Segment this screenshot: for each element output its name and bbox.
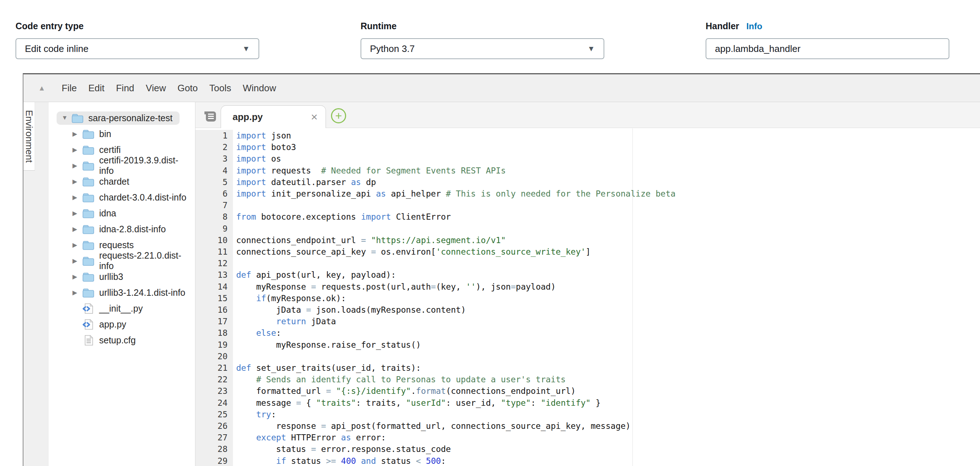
disclosure-collapsed-icon[interactable]: ▶	[72, 257, 82, 265]
tree-item-label: chardet-3.0.4.dist-info	[99, 192, 186, 203]
row-content: ▶urllib3	[67, 270, 130, 283]
tree-item-idna-2-8-dist-info[interactable]: ▶idna-2.8.dist-info	[49, 221, 195, 237]
runtime-select[interactable]: Python 3.7 ▼	[361, 38, 604, 59]
tree-item-bin[interactable]: ▶bin	[49, 126, 195, 142]
code-line	[236, 258, 676, 269]
code-line: myResponse = requests.post(url,auth=(key…	[236, 281, 676, 293]
disclosure-expanded-icon[interactable]: ▼	[62, 115, 72, 122]
handler-field: Handler Info app.lambda_handler	[706, 21, 949, 59]
row-content: ▶chardet	[67, 175, 136, 188]
disclosure-collapsed-icon[interactable]: ▶	[72, 162, 82, 170]
tree-item-label: setup.cfg	[99, 335, 135, 345]
menu-edit[interactable]: Edit	[83, 83, 110, 94]
code-line: import json	[236, 130, 676, 142]
menu-list: FileEditFindViewGotoToolsWindow	[56, 83, 282, 94]
menu-tools[interactable]: Tools	[204, 83, 237, 94]
tab-list-icon	[204, 110, 217, 122]
line-number: 22	[196, 374, 228, 385]
row-content: ▶idna	[67, 207, 123, 220]
line-number: 17	[196, 316, 228, 327]
line-number: 1	[196, 130, 228, 142]
code-entry-type-select[interactable]: Edit code inline ▼	[16, 38, 259, 59]
code-line: import boto3	[236, 142, 676, 153]
chevron-down-icon: ▼	[587, 45, 595, 53]
close-tab-icon[interactable]: ×	[311, 110, 318, 124]
menu-view[interactable]: View	[140, 83, 172, 94]
tree-item-label: chardet	[99, 177, 129, 187]
tree-item-label: app.py	[99, 319, 126, 330]
folder-icon	[82, 240, 94, 251]
code-line	[236, 223, 676, 234]
tree-item-label: idna	[99, 208, 116, 219]
tab-list-button[interactable]	[204, 110, 217, 124]
code-line: from botocore.exceptions import ClientEr…	[236, 211, 676, 223]
line-number: 16	[196, 304, 228, 316]
line-number: 21	[196, 362, 228, 374]
tree-item-setup-cfg[interactable]: setup.cfg	[49, 332, 195, 348]
line-number: 24	[196, 397, 228, 409]
disclosure-collapsed-icon[interactable]: ▶	[72, 130, 82, 138]
folder-icon	[72, 113, 84, 124]
tree-item-idna[interactable]: ▶idna	[49, 205, 195, 221]
folder-icon	[82, 160, 94, 171]
handler-info-link[interactable]: Info	[746, 21, 762, 31]
line-number: 28	[196, 443, 228, 455]
disclosure-collapsed-icon[interactable]: ▶	[72, 178, 82, 185]
disclosure-collapsed-icon[interactable]: ▶	[72, 210, 82, 217]
tree-item-certifi-2019-3-9-dist-info[interactable]: ▶certifi-2019.3.9.dist-info	[49, 157, 195, 173]
menu-find[interactable]: Find	[110, 83, 140, 94]
line-number: 5	[196, 177, 228, 188]
line-number: 26	[196, 420, 228, 432]
code-line: response = api_post(formatted_url, conne…	[236, 420, 676, 432]
disclosure-collapsed-icon[interactable]: ▶	[72, 241, 82, 249]
folder-icon	[82, 176, 94, 187]
config-file-icon	[82, 335, 94, 346]
tab-bar: app.py × +	[196, 102, 980, 128]
code-entry-type-field: Code entry type Edit code inline ▼	[16, 21, 259, 59]
disclosure-collapsed-icon[interactable]: ▶	[72, 273, 82, 281]
code-editor-surface[interactable]: 1234567891011121314151617181920212223242…	[196, 128, 980, 466]
line-number: 4	[196, 165, 228, 177]
disclosure-collapsed-icon[interactable]: ▶	[72, 194, 82, 201]
code-line: if status >= 400 and status < 500:	[236, 455, 676, 466]
tree-item-app-py[interactable]: app.py	[49, 316, 195, 332]
disclosure-collapsed-icon[interactable]: ▶	[72, 146, 82, 154]
code-entry-type-label: Code entry type	[16, 21, 84, 31]
code-content: import jsonimport boto3import osimport r…	[236, 130, 676, 466]
code-line: connections_source_api_key = os.environ[…	[236, 246, 676, 258]
menu-window[interactable]: Window	[237, 83, 282, 94]
code-line: if(myResponse.ok):	[236, 293, 676, 304]
new-tab-button[interactable]: +	[331, 108, 346, 123]
tree-item-chardet-3-0-4-dist-info[interactable]: ▶chardet-3.0.4.dist-info	[49, 189, 195, 205]
row-content: ▶bin	[67, 127, 118, 141]
tab-app-py[interactable]: app.py ×	[221, 105, 326, 128]
code-line: def set_user_traits(user_id, traits):	[236, 362, 676, 374]
disclosure-collapsed-icon[interactable]: ▶	[72, 226, 82, 233]
line-number: 29	[196, 455, 228, 466]
code-line: return jData	[236, 316, 676, 327]
menu-file[interactable]: File	[56, 83, 83, 94]
tree-item-label: sara-personalize-test	[88, 113, 172, 123]
left-tab-strip: Environment	[24, 102, 49, 466]
line-number: 7	[196, 199, 228, 211]
handler-label: Handler	[706, 21, 739, 31]
tree-item-sara-personalize-test[interactable]: ▼sara-personalize-test	[49, 110, 195, 126]
tree-item-requests-2-21-0-dist-info[interactable]: ▶requests-2.21.0.dist-info	[49, 253, 195, 269]
environment-tab[interactable]: Environment	[24, 102, 35, 170]
code-line	[236, 199, 676, 211]
code-line: def api_post(url, key, payload):	[236, 269, 676, 281]
handler-value: app.lambda_handler	[715, 43, 800, 54]
disclosure-collapsed-icon[interactable]: ▶	[72, 289, 82, 296]
tree-item-urllib3-1-24-1-dist-info[interactable]: ▶urllib3-1.24.1.dist-info	[49, 285, 195, 301]
folder-icon	[82, 208, 94, 219]
line-number: 3	[196, 153, 228, 164]
runtime-label: Runtime	[361, 21, 397, 31]
code-line: import requests # Needed for Segment Eve…	[236, 165, 676, 177]
chevron-down-icon: ▼	[242, 45, 250, 53]
line-number: 15	[196, 293, 228, 304]
menu-goto[interactable]: Goto	[172, 83, 204, 94]
handler-input[interactable]: app.lambda_handler	[706, 38, 949, 59]
collapse-editor-button[interactable]: ▲	[36, 84, 48, 92]
line-number: 23	[196, 385, 228, 397]
tree-item--init-py[interactable]: __init__.py	[49, 301, 195, 316]
